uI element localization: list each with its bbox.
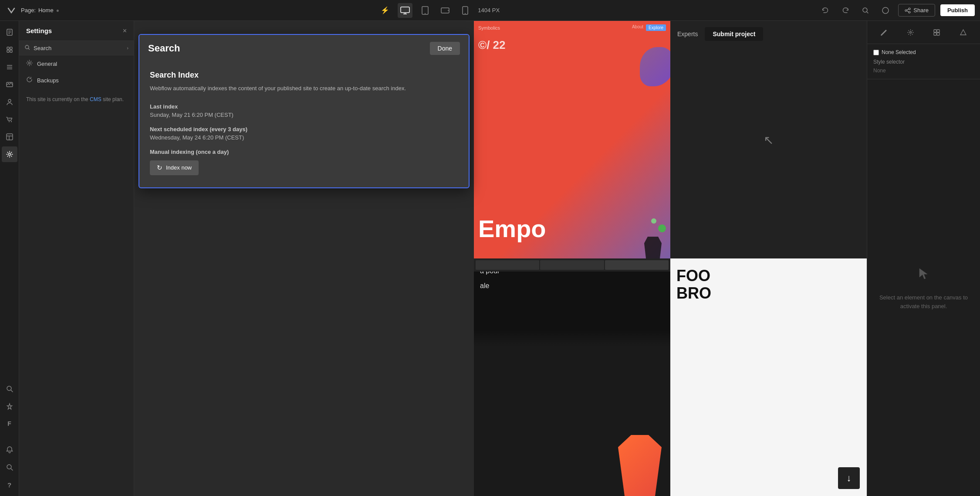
- breakpoint-toggle-icon[interactable]: ⚡: [378, 3, 392, 18]
- sidebar-item-cms[interactable]: [2, 59, 17, 75]
- none-selected-checkbox[interactable]: [873, 50, 879, 55]
- sidebar-item-seo[interactable]: [2, 381, 17, 397]
- svg-rect-20: [7, 50, 9, 52]
- search-modal-overlay: Search Done Search Index Webflow automat…: [134, 21, 867, 496]
- settings-search-text: Search: [34, 45, 123, 51]
- device-mobile-landscape-btn[interactable]: [438, 3, 453, 18]
- last-index-value: Sunday, May 21 6:20 PM (CEST): [150, 112, 458, 118]
- github-icon[interactable]: [878, 3, 893, 18]
- search-modal-title: Search: [148, 43, 180, 54]
- search-modal-header: Search Done: [139, 35, 469, 62]
- style-selector-label: Style selector: [873, 59, 974, 65]
- svg-point-9: [909, 8, 910, 10]
- rp-style-icon[interactable]: [877, 25, 891, 39]
- device-mobile-btn[interactable]: [458, 3, 473, 18]
- canvas-hint-text: Select an element on the canvas to activ…: [876, 293, 971, 310]
- topbar-page-info: Page: Home ●: [21, 7, 59, 14]
- last-index-block: Last index Sunday, May 21 6:20 PM (CEST): [150, 103, 458, 118]
- style-selector-section: None Selected Style selector None: [867, 44, 980, 79]
- topbar-right: Share Publish: [818, 3, 975, 18]
- svg-line-12: [907, 10, 909, 12]
- search-modal-done-button[interactable]: Done: [430, 42, 460, 55]
- sidebar-item-assets[interactable]: [2, 77, 17, 92]
- svg-rect-21: [10, 50, 12, 52]
- svg-point-35: [28, 62, 30, 64]
- device-tablet-btn[interactable]: [418, 3, 433, 18]
- svg-point-29: [10, 121, 11, 122]
- settings-header: Settings ×: [19, 21, 134, 41]
- svg-point-26: [8, 83, 9, 84]
- sidebar-item-templates[interactable]: [2, 129, 17, 145]
- svg-point-27: [8, 99, 11, 102]
- share-label: Share: [913, 7, 929, 14]
- svg-point-8: [882, 7, 889, 14]
- general-label: General: [37, 61, 57, 67]
- none-selected-label: None Selected: [882, 49, 916, 55]
- topbar: Page: Home ● ⚡ 1404 PX: [0, 0, 980, 21]
- settings-cms-note: This site is currently on the CMS site p…: [26, 95, 127, 103]
- svg-rect-18: [7, 47, 9, 49]
- svg-point-6: [465, 13, 466, 14]
- undo-btn[interactable]: [818, 3, 833, 18]
- settings-nav-backups[interactable]: Backups: [19, 72, 134, 88]
- index-now-label: Index now: [166, 164, 192, 171]
- sidebar-bottom-search[interactable]: [2, 459, 17, 475]
- page-label: Page:: [21, 7, 36, 14]
- main-layout: F ? Settings × Search › General: [0, 21, 980, 496]
- cms-plan-link[interactable]: CMS: [90, 96, 101, 102]
- right-panel-toolbar: [867, 21, 980, 44]
- settings-search-row[interactable]: Search ›: [19, 41, 134, 55]
- sidebar-item-users[interactable]: [2, 94, 17, 110]
- canvas-hint-panel: Select an element on the canvas to activ…: [867, 79, 980, 496]
- sidebar-item-ecommerce[interactable]: [2, 112, 17, 127]
- svg-point-36: [909, 31, 911, 33]
- svg-point-4: [448, 10, 449, 11]
- rp-navigator-icon[interactable]: [956, 25, 970, 39]
- settings-close-btn[interactable]: ×: [123, 27, 127, 34]
- sidebar-item-components[interactable]: [2, 42, 17, 58]
- style-selector-none: None: [873, 68, 974, 74]
- next-index-block: Next scheduled index (every 3 days) Wedn…: [150, 126, 458, 141]
- general-icon: [26, 60, 33, 68]
- svg-point-10: [905, 10, 907, 11]
- canvas-width-label: 1404 PX: [478, 7, 500, 14]
- redo-btn[interactable]: [838, 3, 853, 18]
- topbar-logo: [5, 4, 17, 17]
- index-now-icon: ↻: [157, 164, 162, 172]
- manual-indexing-label: Manual indexing (once a day): [150, 149, 458, 155]
- page-name: Home: [38, 7, 54, 14]
- search-index-title: Search Index: [150, 71, 458, 80]
- share-button[interactable]: Share: [898, 4, 935, 17]
- search-index-description: Webflow automatically indexes the conten…: [150, 84, 458, 93]
- sidebar-item-pages[interactable]: [2, 24, 17, 40]
- search-topbar-icon[interactable]: [858, 3, 873, 18]
- svg-rect-38: [937, 30, 939, 32]
- svg-point-31: [8, 153, 10, 156]
- device-desktop-btn[interactable]: [398, 3, 412, 18]
- svg-rect-0: [401, 7, 409, 13]
- svg-line-13: [907, 9, 909, 10]
- sidebar-item-forms[interactable]: F: [2, 416, 17, 431]
- publish-button[interactable]: Publish: [940, 4, 975, 16]
- search-modal: Search Done Search Index Webflow automat…: [139, 34, 470, 188]
- topbar-center: ⚡ 1404 PX: [63, 3, 814, 18]
- search-modal-body: Search Index Webflow automatically index…: [139, 62, 469, 187]
- svg-point-28: [8, 121, 9, 122]
- canvas-hint-icon: [915, 265, 933, 286]
- sidebar-item-integrations[interactable]: [2, 398, 17, 414]
- settings-nav-general[interactable]: General: [19, 55, 134, 72]
- settings-search-icon: [24, 44, 30, 51]
- sidebar-bottom-help[interactable]: ?: [2, 477, 17, 493]
- icon-sidebar: F ?: [0, 21, 19, 496]
- settings-panel: Settings × Search › General Backups This…: [19, 21, 134, 496]
- svg-point-11: [909, 11, 910, 13]
- svg-rect-19: [10, 47, 12, 49]
- right-panel: None Selected Style selector None Select…: [867, 21, 980, 496]
- rp-interactions-icon[interactable]: [930, 25, 944, 39]
- settings-title: Settings: [26, 27, 52, 34]
- index-now-button[interactable]: ↻ Index now: [150, 160, 199, 175]
- next-index-value: Wednesday, May 24 6:20 PM (CEST): [150, 134, 458, 141]
- rp-settings-icon[interactable]: [903, 25, 917, 39]
- sidebar-item-settings[interactable]: [2, 146, 17, 162]
- sidebar-bottom-notifications[interactable]: [2, 442, 17, 458]
